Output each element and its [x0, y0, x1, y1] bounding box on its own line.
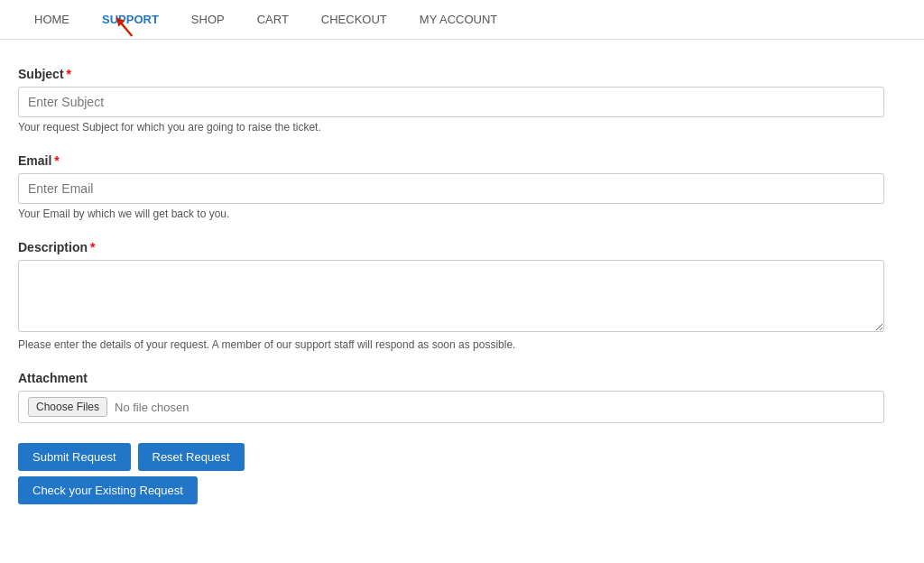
email-label: Email* — [18, 153, 884, 168]
description-label: Description* — [18, 240, 884, 254]
nav-cart[interactable]: CART — [241, 0, 305, 40]
check-existing-request-button[interactable]: Check your Existing Request — [18, 476, 198, 504]
nav-my-account[interactable]: MY ACCOUNT — [403, 0, 513, 40]
subject-required: * — [67, 67, 71, 81]
email-required: * — [54, 153, 59, 168]
navigation: HOME SUPPORT SHOP CART CHECKOUT MY ACCOU… — [0, 0, 924, 40]
support-form-container: Subject* Your request Subject for which … — [0, 40, 902, 531]
nav-support[interactable]: SUPPORT — [86, 0, 175, 40]
attachment-box: Choose Files No file chosen — [18, 391, 884, 423]
button-row-1: Submit Request Reset Request — [18, 443, 884, 471]
nav-home[interactable]: HOME — [18, 0, 86, 40]
attachment-label: Attachment — [18, 371, 884, 385]
reset-request-button[interactable]: Reset Request — [138, 443, 245, 471]
subject-group: Subject* Your request Subject for which … — [18, 67, 884, 134]
description-required: * — [90, 240, 95, 254]
email-hint: Your Email by which we will get back to … — [18, 208, 884, 220]
description-textarea[interactable] — [18, 260, 884, 332]
no-file-text: No file chosen — [115, 401, 189, 414]
attachment-group: Attachment Choose Files No file chosen — [18, 371, 884, 423]
description-hint: Please enter the details of your request… — [18, 338, 884, 351]
choose-files-button[interactable]: Choose Files — [28, 397, 107, 417]
subject-input[interactable] — [18, 87, 884, 117]
subject-hint: Your request Subject for which you are g… — [18, 121, 884, 134]
email-group: Email* Your Email by which we will get b… — [18, 153, 884, 220]
nav-checkout[interactable]: CHECKOUT — [305, 0, 403, 40]
email-input[interactable] — [18, 173, 884, 204]
submit-request-button[interactable]: Submit Request — [18, 443, 131, 471]
nav-shop[interactable]: SHOP — [175, 0, 241, 40]
subject-label: Subject* — [18, 67, 884, 81]
button-row-2: Check your Existing Request — [18, 476, 884, 504]
description-group: Description* Please enter the details of… — [18, 240, 884, 351]
